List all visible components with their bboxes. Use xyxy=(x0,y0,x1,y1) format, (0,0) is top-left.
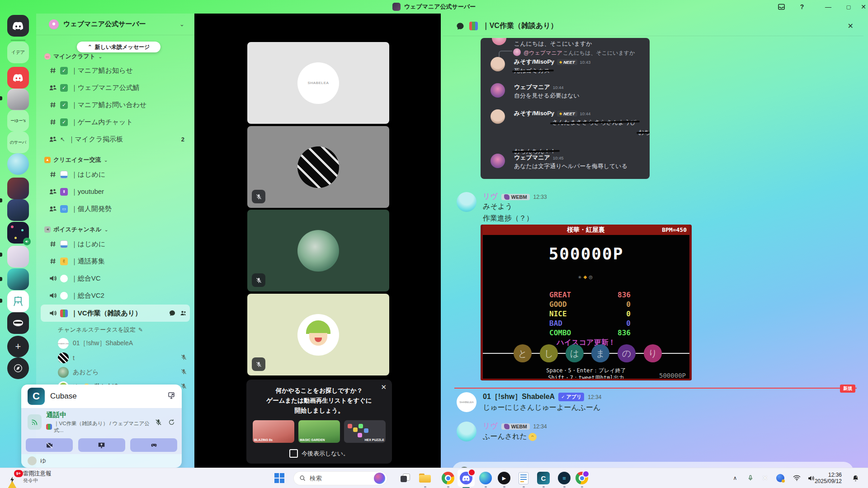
server-icon-red-discord[interactable] xyxy=(7,67,29,89)
server-icon-idea[interactable]: イデア xyxy=(7,42,29,63)
discover-button[interactable] xyxy=(7,357,29,379)
video-tile-t[interactable] xyxy=(247,126,389,208)
avatar[interactable] xyxy=(457,422,476,441)
new-unread-banner[interactable]: ⌃ 新しい未読メッセージ xyxy=(77,42,160,52)
taskbar-discord-active[interactable] xyxy=(458,469,475,487)
channel-mania-news[interactable]: ✅ ｜マニア鯖お知らせ xyxy=(41,63,190,78)
weather-widget[interactable]: 9+ 雷雨注意報 発令中 xyxy=(5,470,52,484)
dont-show-label: 今後表示しない。 xyxy=(302,450,349,458)
tray-wifi-icon[interactable] xyxy=(790,470,803,486)
task-view-button[interactable] xyxy=(397,470,413,486)
channel-call-recruit[interactable]: 🖖 ｜通話募集 xyxy=(41,253,190,269)
avatar xyxy=(491,154,505,168)
taskbar-audio-app[interactable]: ≡ xyxy=(556,470,572,486)
category-voice[interactable]: 🔉 ボイスチャンネル ⌄ xyxy=(44,225,108,235)
camera-off-button[interactable] xyxy=(26,438,73,452)
tray-x-icon[interactable]: ✕ xyxy=(759,470,771,486)
tray-app-sphere[interactable] xyxy=(774,470,787,486)
voice-user-t[interactable]: t xyxy=(58,352,193,364)
channel-minecraft-board[interactable]: ↖ ｜マイクラ掲示板 2 xyxy=(41,131,190,147)
server-icon-mysrv[interactable]: のサーバ xyxy=(7,131,29,153)
unread-divider-line xyxy=(454,388,857,389)
category-creator[interactable]: 🔼 クリエイター交流 ⌄ xyxy=(44,155,108,165)
username[interactable]: リヴ xyxy=(483,192,498,202)
server-icon-avatar-fireworks[interactable] xyxy=(7,222,29,244)
help-icon[interactable]: ? xyxy=(792,0,812,14)
taskbar-file-explorer[interactable] xyxy=(417,470,433,486)
server-icon-avatar-girl[interactable] xyxy=(7,246,29,267)
channel-hajimeni-2[interactable]: 📖 ｜はじめに xyxy=(41,236,190,252)
user-row-partial[interactable]: ゆ xyxy=(21,454,182,468)
server-icon-avatar-miku[interactable] xyxy=(7,268,29,290)
server-icon-easel[interactable] xyxy=(7,291,29,312)
channel-inquiry[interactable]: ✅ ｜マニア鯖お問い合わせ xyxy=(41,97,190,113)
prompt-line-2: ゲームまたは動画再生リストをすぐに xyxy=(246,397,392,405)
channel-sogo-vc[interactable]: 💬 ｜総合VC xyxy=(41,271,190,286)
taskbar-chrome[interactable] xyxy=(440,470,456,486)
taskbar-notes[interactable] xyxy=(515,470,532,486)
category-minecraft[interactable]: 🐽 マインクラフト ⌄ xyxy=(44,52,102,61)
add-server-button[interactable]: + xyxy=(7,336,29,357)
judge-label: GREAT xyxy=(549,291,571,299)
close-icon[interactable]: ✕ xyxy=(848,22,854,30)
activities-button[interactable] xyxy=(130,438,177,452)
mic-muted-icon[interactable] xyxy=(155,418,162,426)
close-window-button[interactable]: ✕ xyxy=(854,0,868,14)
channel-official-forum[interactable]: ✅ ｜ウェブマニア公式鯖 xyxy=(41,80,190,95)
avatar[interactable] xyxy=(457,192,476,212)
channel-youtuber[interactable]: 🎬 ｜youtuber xyxy=(41,184,190,199)
game-thumb-hex-puzzle[interactable]: HEX PUZZLE xyxy=(344,420,386,443)
chat-bubble-icon[interactable] xyxy=(169,310,176,317)
tray-notification-bell[interactable]: z xyxy=(848,470,863,486)
activity-prompt-card: ✕ 何かやることをお探しですか？ ゲームまたは動画再生リストをすぐに 開始しまし… xyxy=(246,380,392,464)
username[interactable]: 01［!shw］ShabeleA xyxy=(483,392,555,402)
username[interactable]: リヴ xyxy=(483,422,498,431)
voice-user-shabelea[interactable]: SHABELEA 01［!shw］ShabeleA xyxy=(58,337,193,350)
mini-message-text-censored: 死ねゴミカス xyxy=(514,67,550,75)
channel-hajimeni-1[interactable]: 📖 ｜はじめに xyxy=(41,167,190,182)
cubase-icon: C xyxy=(28,388,45,405)
channel-sogo-vc2[interactable]: 💬 ｜総合VC2 xyxy=(41,288,190,303)
video-tile-shabelea[interactable]: SHABELEA xyxy=(247,42,389,124)
taskbar-media-player[interactable]: ▶ xyxy=(496,470,512,486)
chat-screenshot-attachment[interactable]: こんにちは、そこにいますか @ウェブマニア こんにちは、そこにいますか みそす/… xyxy=(481,38,650,179)
members-icon[interactable] xyxy=(179,310,187,317)
server-icon-yuyu[interactable]: ーゆー's xyxy=(7,110,29,131)
channel-vc-work-selected[interactable]: 📚 ｜VC作業（雑談あり） xyxy=(41,305,190,322)
avatar[interactable]: SHABELEA xyxy=(457,392,476,412)
server-header[interactable]: ウェブマニア公式サーバー ⌄ xyxy=(36,14,194,35)
taskbar-cubase[interactable]: C xyxy=(535,470,552,486)
channel-ingame-chat[interactable]: ✅ ｜ゲーム内チャット xyxy=(41,114,190,130)
channel-status-row[interactable]: チャンネルステータスを設定 ✎ xyxy=(58,326,143,334)
hand-emoji: 🖖 xyxy=(60,258,68,265)
server-icon-avatar-news[interactable] xyxy=(7,199,29,221)
minimize-button[interactable]: — xyxy=(818,0,838,14)
server-icon-avatar-2[interactable] xyxy=(7,178,29,199)
tray-clock[interactable]: 12:36 2025/09/12 xyxy=(815,472,842,484)
server-icon-avatar-blue[interactable] xyxy=(7,153,29,175)
refresh-icon[interactable] xyxy=(168,418,175,426)
start-button[interactable] xyxy=(271,470,288,486)
game-score-attachment[interactable]: 桜華・紅屋裏 BPM=450 500000P ✳◆◎ GREAT836 GOOD… xyxy=(481,225,692,380)
hash-icon xyxy=(49,101,57,109)
home-button[interactable] xyxy=(7,15,29,37)
taskbar-chrome-profile[interactable] xyxy=(574,470,590,486)
tray-mic-icon[interactable] xyxy=(744,470,757,486)
search-box[interactable]: 検索 xyxy=(293,471,387,485)
activity-app-name: Cubase xyxy=(50,392,77,401)
call-status-row: 通話中 ｜VC作業（雑談あり） / ウェブマニア公式... xyxy=(21,408,182,436)
video-tile-aodora[interactable] xyxy=(247,210,389,291)
popout-icon[interactable] xyxy=(167,391,175,401)
video-tile-yu[interactable] xyxy=(247,294,389,375)
game-thumb-blazing8s[interactable]: BLAZING 8s xyxy=(253,420,294,443)
voice-user-aodora[interactable]: あおどら xyxy=(58,366,193,379)
taskbar-edge[interactable] xyxy=(477,470,494,486)
server-icon-avatar-cat[interactable] xyxy=(7,312,29,334)
server-icon-avatar-1[interactable] xyxy=(7,89,29,110)
screenshare-button[interactable] xyxy=(78,438,125,452)
inbox-icon[interactable] xyxy=(771,0,791,14)
game-thumb-magic-garden[interactable]: MAGIC GARDEN xyxy=(298,420,340,443)
dont-show-checkbox[interactable] xyxy=(289,449,298,458)
channel-indie-dev[interactable]: 💻 ｜個人開発勢 xyxy=(41,201,190,216)
tray-chevron-up[interactable]: ∧ xyxy=(729,470,741,486)
